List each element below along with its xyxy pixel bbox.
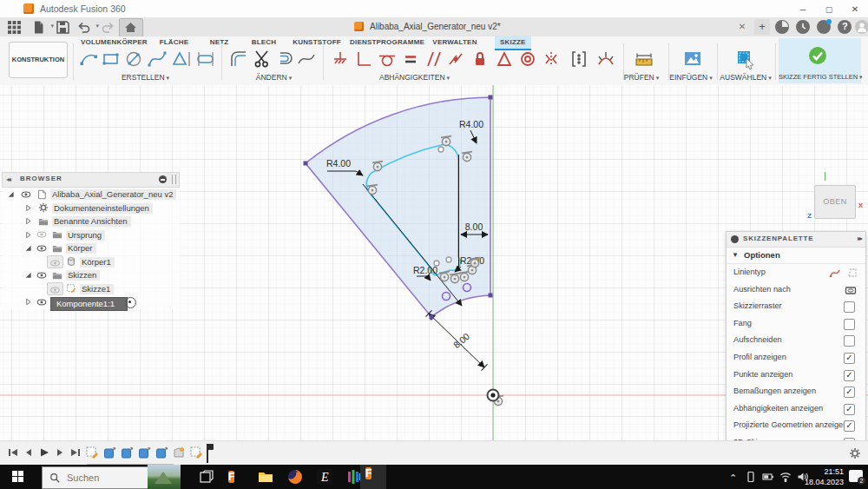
linetype-shape-icon[interactable] xyxy=(846,267,858,279)
tray-chevron-icon[interactable] xyxy=(727,471,740,483)
panel-grip-icon[interactable] xyxy=(172,175,176,184)
new-tab-button[interactable] xyxy=(754,19,770,35)
tab-volumenkoerper[interactable]: VOLUMENKÖRPER xyxy=(81,36,141,49)
tree-item-benannte-ansichten[interactable]: Benannte Ansichten xyxy=(2,215,180,228)
user-profile-icon[interactable] xyxy=(855,20,868,34)
browser-menu-icon[interactable] xyxy=(159,175,167,183)
play-icon[interactable] xyxy=(38,446,50,459)
file-menu-icon[interactable] xyxy=(31,20,46,35)
edit-spline-icon[interactable] xyxy=(296,49,317,69)
checkbox-punkte-anzeigen[interactable]: ✓ xyxy=(844,370,855,381)
circle-tool-icon[interactable] xyxy=(123,49,144,69)
group-label-abhaengigkeiten[interactable]: ABHÄNGIGKEITEN xyxy=(373,73,456,82)
checkbox-bemassungen-anzeigen[interactable]: ✓ xyxy=(844,387,855,398)
tree-item-koerper[interactable]: Körper xyxy=(2,241,180,255)
notification-center-icon[interactable]: 2 xyxy=(849,470,863,482)
tree-item-ursprung[interactable]: Ursprung xyxy=(2,228,180,242)
collapse-panel-icon[interactable] xyxy=(6,175,10,183)
redo-icon[interactable] xyxy=(101,20,115,35)
constraint-curvature-icon[interactable] xyxy=(595,49,616,69)
tab-blech[interactable]: BLECH xyxy=(247,36,280,49)
tab-verwalten[interactable]: VERWALTEN xyxy=(430,36,480,49)
weather-widget[interactable] xyxy=(148,465,181,489)
view-cube-face[interactable]: OBEN xyxy=(814,185,856,219)
dim-8-horizontal[interactable]: 8.00 xyxy=(465,221,483,232)
timeline-settings-gear-icon[interactable] xyxy=(849,447,861,459)
skip-to-start-icon[interactable] xyxy=(7,446,19,459)
visibility-toggle[interactable] xyxy=(47,255,63,268)
constraint-triangle-icon[interactable] xyxy=(494,49,515,69)
tab-flaeche[interactable]: FLÄCHE xyxy=(155,36,194,49)
finish-sketch-icon[interactable] xyxy=(807,45,828,66)
sketch-canvas[interactable]: R4.00 R4.00 8.00 R2.00 R2.00 8.00 xyxy=(0,85,868,443)
timeline-extrude-feature[interactable] xyxy=(137,446,151,459)
constraint-midpoint-icon[interactable] xyxy=(569,49,589,69)
taskbar-clock[interactable]: 21:51 18.04.2023 xyxy=(795,466,844,487)
constraint-fix-icon[interactable] xyxy=(330,49,351,69)
maximize-button[interactable] xyxy=(816,0,842,17)
group-label-aendern[interactable]: ÄNDERN xyxy=(241,73,306,82)
extensions-icon[interactable] xyxy=(775,20,789,34)
taskbar-fusion360-icon[interactable] xyxy=(227,468,245,486)
timeline-extrude-feature[interactable] xyxy=(155,446,168,459)
constraint-perpendicular-icon[interactable] xyxy=(353,49,374,69)
timeline-sketch-feature[interactable] xyxy=(85,446,99,459)
checkbox-aufschneiden[interactable] xyxy=(844,335,855,347)
timeline-extrude-feature[interactable] xyxy=(102,446,116,459)
measure-tool-icon[interactable] xyxy=(634,49,654,69)
konstruktion-dropdown[interactable]: KONSTRUKTION ▾ xyxy=(9,42,68,78)
constraint-equal-icon[interactable] xyxy=(400,49,421,69)
line-tool-icon[interactable] xyxy=(78,49,99,69)
palette-header[interactable]: SKIZZENPALETTE xyxy=(727,232,865,248)
options-section-header[interactable]: Optionen xyxy=(727,248,865,264)
checkbox-projizierte-geometrien[interactable]: ✓ xyxy=(844,420,855,432)
save-icon[interactable] xyxy=(56,20,70,35)
tree-item-koerper1[interactable]: Körper1 xyxy=(2,255,180,269)
skip-to-end-icon[interactable] xyxy=(69,446,82,459)
file-explorer-icon[interactable] xyxy=(257,468,274,486)
browser-header[interactable]: BROWSER xyxy=(2,172,180,188)
document-tab-close-icon[interactable] xyxy=(736,21,748,33)
group-label-einfuegen[interactable]: EINFÜGEN xyxy=(664,73,718,82)
group-label-pruefen[interactable]: PRÜFEN xyxy=(615,73,668,82)
firefox-icon[interactable] xyxy=(286,468,304,486)
tree-item-skizzen[interactable]: Skizzen xyxy=(2,268,180,282)
undo-icon[interactable] xyxy=(76,20,91,35)
polygon-tool-icon[interactable] xyxy=(171,49,192,69)
constraint-concentric-icon[interactable] xyxy=(517,49,538,69)
checkbox-profil-anzeigen[interactable]: ✓ xyxy=(844,353,855,364)
tab-kunststoff[interactable]: KUNSTSTOFF xyxy=(291,36,343,49)
constraint-symmetry-icon[interactable] xyxy=(541,49,562,69)
constraint-coincident-icon[interactable] xyxy=(445,49,466,69)
offset-tool-icon[interactable] xyxy=(274,49,295,69)
close-button[interactable] xyxy=(842,0,868,17)
taskbar-fusion360-active[interactable] xyxy=(360,465,386,489)
tree-item-root[interactable]: Alibaba_Axial_Generator_neu v2 xyxy=(2,188,180,202)
constraint-lock-icon[interactable] xyxy=(470,49,490,69)
step-back-icon[interactable] xyxy=(23,446,35,459)
origin-point[interactable] xyxy=(488,390,499,401)
dim-8-diagonal[interactable]: 8.00 xyxy=(451,331,471,350)
app-grid-icon[interactable] xyxy=(7,20,22,35)
group-label-skizze-fertig-stellen[interactable]: SKIZZE FERTIG STELLEN xyxy=(779,73,861,81)
tab-netz[interactable]: NETZ xyxy=(204,36,234,49)
dim-r2-left[interactable]: R2.00 xyxy=(413,265,437,275)
timeline-extrude-feature[interactable] xyxy=(120,446,134,459)
notifications-bell-icon[interactable] xyxy=(817,20,831,34)
tab-dienstprogramme[interactable]: DIENSTPROGRAMME xyxy=(350,36,418,49)
tree-item-dokumenteneinstellungen[interactable]: Dokumenteneinstellungen xyxy=(2,202,180,215)
sector-profile[interactable] xyxy=(306,97,490,317)
group-label-erstellen[interactable]: ERSTELLEN xyxy=(104,73,187,82)
collapse-palette-icon[interactable] xyxy=(858,235,861,242)
phone-link-icon[interactable] xyxy=(745,471,757,483)
constraint-parallel-icon[interactable] xyxy=(424,49,444,69)
fillet-tool-icon[interactable] xyxy=(228,49,249,69)
tree-item-komponente1[interactable]: Komponente1:1 xyxy=(2,295,180,309)
constraint-tangent-icon[interactable] xyxy=(377,49,398,69)
visibility-toggle[interactable] xyxy=(47,282,63,295)
insert-image-icon[interactable] xyxy=(682,49,703,69)
search-input[interactable] xyxy=(65,472,138,484)
timeline-sketch-feature[interactable] xyxy=(189,446,203,459)
dim-r4-left[interactable]: R4.00 xyxy=(326,158,351,169)
rectangle-tool-icon[interactable] xyxy=(101,49,122,69)
